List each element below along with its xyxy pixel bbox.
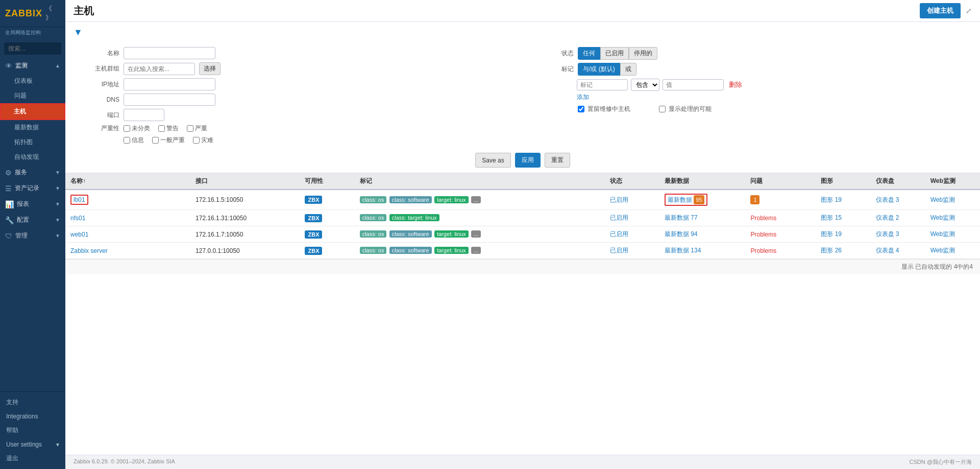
create-host-button[interactable]: 创建主机 <box>920 3 961 18</box>
sidebar-item-discovery[interactable]: 自动发现 <box>0 150 65 165</box>
sev-warning-check[interactable] <box>158 125 165 132</box>
sev-unclassified-check[interactable] <box>124 125 130 132</box>
filter-name-input[interactable] <box>124 47 215 59</box>
nav-group-config-header[interactable]: 🔧 配置 ▼ <box>0 212 65 228</box>
dash-link-nfs01[interactable]: 仪表盘 2 <box>876 214 899 221</box>
filter-port-label: 端口 <box>84 111 119 120</box>
problems-link-web01[interactable]: Problems <box>750 231 776 238</box>
filter-hostgroup-select[interactable]: 选择 <box>199 62 220 75</box>
latest-data-link-lb01[interactable]: 最新数据 <box>668 196 692 203</box>
sev-general[interactable]: 一般严重 <box>152 136 185 145</box>
maintenance-checkbox-label[interactable]: 置留维修中主机 <box>578 105 630 113</box>
host-link-zabbix[interactable]: Zabbix server <box>70 247 108 254</box>
expand-icon[interactable]: ⤢ <box>966 7 972 15</box>
sev-information[interactable]: 信息 <box>124 136 144 145</box>
tag-chip: class: os <box>360 196 387 203</box>
host-dash-cell: 仪表盘 2 <box>871 210 925 226</box>
sidebar-item-dashboard[interactable]: 仪表板 <box>0 74 65 88</box>
graph-link-lb01[interactable]: 图形 19 <box>821 196 842 203</box>
host-link-web01[interactable]: web01 <box>70 231 88 238</box>
latest-data-link-web01[interactable]: 最新数据 94 <box>665 230 698 238</box>
reports-label: 报表 <box>17 200 29 208</box>
sev-warning[interactable]: 警告 <box>158 124 179 133</box>
sev-information-check[interactable] <box>124 137 130 144</box>
filter-hostgroup-input[interactable] <box>124 63 195 75</box>
col-header-name[interactable]: 名称↑ <box>65 173 190 190</box>
filter-status-label: 状态 <box>538 49 574 58</box>
host-avail-cell: ZBX <box>300 190 354 210</box>
status-enabled[interactable]: 已启用 <box>600 47 629 60</box>
maintenance-checkbox[interactable] <box>578 106 584 112</box>
sev-disaster[interactable]: 灾难 <box>193 136 213 145</box>
graph-link-nfs01[interactable]: 图形 15 <box>821 214 842 221</box>
tag-chip-more[interactable]: ... <box>471 247 481 254</box>
nav-group-reports-header[interactable]: 📊 报表 ▼ <box>0 196 65 212</box>
col-header-port: 接口 <box>190 173 300 190</box>
sidebar-item-integrations[interactable]: Integrations <box>0 410 65 423</box>
nav-group-assets-header[interactable]: ☰ 资产记录 ▼ <box>0 180 65 196</box>
tag-op-select[interactable]: 包含 等于 <box>631 79 659 91</box>
sev-general-check[interactable] <box>152 137 159 144</box>
table-footer-text: 显示 已自动发现的 4中的4 <box>901 263 973 270</box>
sidebar-item-problems[interactable]: 问题 <box>0 88 65 103</box>
tag-value-input[interactable] <box>663 79 724 90</box>
save-as-button[interactable]: Save as <box>475 153 510 168</box>
reports-arrow: ▼ <box>55 201 60 207</box>
sev-disaster-check[interactable] <box>193 137 200 144</box>
dash-link-lb01[interactable]: 仪表盘 3 <box>876 196 899 203</box>
sidebar-item-user-settings[interactable]: User settings ▼ <box>0 438 65 451</box>
graph-link-web01[interactable]: 图形 19 <box>821 230 842 238</box>
status-any[interactable]: 任何 <box>578 47 600 60</box>
problems-link-nfs01[interactable]: Problems <box>750 215 776 222</box>
filter-add-link[interactable]: 添加 <box>577 93 589 102</box>
dash-link-zabbix[interactable]: 仪表盘 4 <box>876 247 899 254</box>
show-suppressed-text: 显示处理的可能 <box>669 105 712 113</box>
latest-data-link-zabbix[interactable]: 最新数据 134 <box>665 247 701 254</box>
latest-data-link-nfs01[interactable]: 最新数据 77 <box>665 214 698 221</box>
monitoring-arrow: ▲ <box>55 63 60 68</box>
sidebar-item-latest[interactable]: 最新数据 <box>0 120 65 135</box>
sidebar-item-hosts[interactable]: 主机 <box>0 103 65 120</box>
tag-name-input[interactable] <box>577 79 628 90</box>
tag-chip-more[interactable]: ... <box>471 196 481 203</box>
filter-dns-input[interactable] <box>124 93 215 106</box>
severity-options2: 信息 一般严重 灾难 <box>124 136 213 145</box>
nav-group-services-header[interactable]: ⚙ 服务 ▼ <box>0 165 65 180</box>
tag-chip-more[interactable]: ... <box>471 230 481 238</box>
filter-ip-row: IP地址 <box>84 78 507 90</box>
show-suppressed-label[interactable]: 显示处理的可能 <box>659 105 712 113</box>
filter-port-input[interactable] <box>124 109 164 121</box>
host-link-nfs01[interactable]: nfs01 <box>70 215 85 222</box>
graph-link-zabbix[interactable]: 图形 26 <box>821 247 842 254</box>
host-web-cell: Web监测 <box>925 226 980 243</box>
reset-button[interactable]: 重置 <box>545 153 570 168</box>
sidebar-item-logout[interactable]: 退出 <box>0 451 65 466</box>
sidebar-item-help[interactable]: 帮助 <box>0 423 65 438</box>
host-link-lb01[interactable]: lb01 <box>70 195 88 205</box>
apply-button[interactable]: 应用 <box>515 153 541 168</box>
tag-remove-button[interactable]: 删除 <box>727 80 744 89</box>
table-body: lb01 172.16.1.5:10050 ZBX class: os clas… <box>65 190 980 259</box>
tag-op-and-or[interactable]: 与/或 (默认) <box>578 63 620 76</box>
nav-group-monitoring-header[interactable]: 👁 监测 ▲ <box>0 58 65 74</box>
tag-chip: class: target: linux <box>389 214 439 221</box>
status-disabled[interactable]: 停用的 <box>629 47 657 60</box>
show-suppressed-checkbox[interactable] <box>659 106 666 112</box>
filter-ip-input[interactable] <box>124 78 215 90</box>
web-link-lb01[interactable]: Web监测 <box>930 196 955 203</box>
web-link-web01[interactable]: Web监测 <box>930 230 955 238</box>
web-link-nfs01[interactable]: Web监测 <box>930 214 955 221</box>
tag-op-or[interactable]: 或 <box>620 63 636 76</box>
sidebar-search-input[interactable] <box>4 42 61 55</box>
filter-dns-row: DNS <box>84 93 507 106</box>
nav-group-admin-header[interactable]: 🛡 管理 ▼ <box>0 228 65 244</box>
web-link-zabbix[interactable]: Web监测 <box>930 247 955 254</box>
sidebar-item-support[interactable]: 支持 <box>0 395 65 410</box>
filter-toggle[interactable]: ▼ <box>74 27 83 38</box>
sev-average[interactable]: 严重 <box>187 124 207 133</box>
dash-link-web01[interactable]: 仪表盘 3 <box>876 230 899 238</box>
sidebar-item-maps[interactable]: 拓扑图 <box>0 135 65 150</box>
sev-average-check[interactable] <box>187 125 193 132</box>
problems-link-zabbix[interactable]: Problems <box>750 247 776 254</box>
sev-unclassified[interactable]: 未分类 <box>124 124 150 133</box>
